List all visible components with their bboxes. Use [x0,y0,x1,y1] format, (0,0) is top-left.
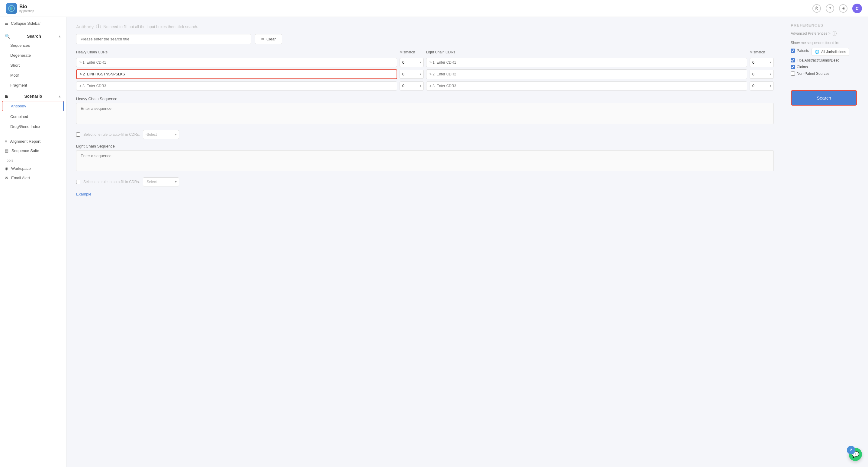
title-abstract-checkbox[interactable] [791,58,795,62]
all-jurisdictions-btn[interactable]: 🌐 All Jurisdictions [811,48,849,56]
sidebar-item-email-alert[interactable]: ✉ Email Alert [0,173,66,182]
all-jurisdictions-label: All Jurisdictions [821,50,846,54]
search-btn-container: Search [791,78,862,106]
scenario-section-header[interactable]: ⊞ Scenario ▲ [0,90,66,100]
collapse-sidebar-btn[interactable]: ☰ Collapse Sidebar [0,17,66,30]
logo-text: Bio by patsnap [19,4,34,13]
active-indicator [63,101,64,111]
patents-label: Patents [797,48,809,53]
avatar[interactable]: C [852,4,862,13]
patents-checkbox[interactable] [791,48,795,53]
eraser-icon: ✏ [261,37,265,41]
light-autofill-select-wrapper[interactable]: -Select [143,177,179,187]
adv-pref-info-icon[interactable]: i [832,31,837,36]
email-icon: ✉ [5,175,8,180]
light-autofill-row: Select one rule to auto-fill in CDRs. -S… [76,177,774,187]
help-icon[interactable]: ? [826,4,834,13]
search-button[interactable]: Search [791,90,857,106]
search-section-header[interactable]: 🔍 Search ▲ [0,30,66,40]
claims-label: Claims [797,65,808,69]
heavy-sequence-section: Heavy Chain Sequence [76,97,774,125]
sequence-suite-label: Sequence Suite [11,148,39,153]
logo-icon [6,3,17,14]
non-patent-label: Non-Patent Sources [797,71,829,76]
light-cdr1-mismatch[interactable]: 0123 [750,58,774,67]
heavy-cdr3-input[interactable] [76,81,397,91]
sidebar-item-sequences[interactable]: Sequences [2,41,64,50]
sidebar-item-alignment-report[interactable]: ≡ Alignment Report [0,137,66,146]
light-cdr1-input[interactable] [426,58,747,67]
tools-label: Tools [0,155,66,164]
email-label: Email Alert [11,175,30,180]
heavy-autofill-select-wrapper[interactable]: -Select [143,130,179,139]
advanced-preferences-link[interactable]: Advanced Preferences > i [791,31,862,36]
scenario-icon: ⊞ [5,94,8,99]
title-abstract-label: Title/Abstract/Claims/Desc [797,58,839,62]
heavy-autofill-row: Select one rule to auto-fill in CDRs. -S… [76,130,774,139]
claims-row: Claims [791,65,862,69]
page-title: Antibody [76,24,94,29]
light-cdr2-input[interactable] [426,69,747,79]
search-title-input[interactable] [76,34,251,44]
sidebar-item-sequence-suite[interactable]: ▤ Sequence Suite [0,146,66,155]
sidebar-item-fragment[interactable]: Fragment [2,80,64,90]
light-cdr2-mismatch-select[interactable]: 0123 [750,70,774,79]
light-cdr3-mismatch[interactable]: 0123 [750,81,774,91]
heavy-sequence-label: Heavy Chain Sequence [76,97,774,101]
light-cdr3-mismatch-select[interactable]: 0123 [750,81,774,91]
logo: Bio by patsnap [6,3,34,14]
sidebar-item-motif[interactable]: Motif [2,71,64,80]
heavy-cdr2-mismatch[interactable]: 0123 [400,69,424,79]
preferences-panel: PREFERENCES Advanced Preferences > i Sho… [783,17,868,467]
cdr-row-2: 0123 0123 [76,69,774,79]
heavy-cdr2-input[interactable] [76,69,397,79]
sidebar-divider [5,134,61,134]
heavy-cdr1-input[interactable] [76,58,397,67]
heavy-autofill-select[interactable]: -Select [143,130,179,139]
sidebar-item-degenerate[interactable]: Degenerate [2,51,64,60]
light-cdr2-mismatch[interactable]: 0123 [750,69,774,79]
example-link[interactable]: Example [76,192,92,196]
light-autofill-checkbox[interactable] [76,180,80,184]
collapse-label: Collapse Sidebar [11,21,41,26]
light-cdr3-input[interactable] [426,81,747,91]
light-autofill-select[interactable]: -Select [143,177,179,187]
heavy-cdr3-mismatch[interactable]: 0123 [400,81,424,91]
mismatch-header-1: Mismatch [400,50,424,56]
page-info-icon[interactable]: i [96,25,101,29]
sidebar-item-workspace[interactable]: ◉ Workspace [0,164,66,173]
sidebar-item-combined[interactable]: Combined [2,112,64,121]
heavy-autofill-label: Select one rule to auto-fill in CDRs. [83,132,140,137]
light-cdr1-mismatch-select[interactable]: 0123 [750,58,774,67]
light-sequence-label: Light Chain Sequence [76,144,774,148]
heavy-chain-header: Heavy Chain CDRs [76,50,397,56]
heavy-sequence-input[interactable] [76,103,774,124]
scenario-label: Scenario [24,94,42,99]
heavy-cdr3-mismatch-select[interactable]: 0123 [400,81,424,91]
heavy-cdr2-mismatch-select[interactable]: 0123 [400,70,424,79]
heavy-autofill-checkbox[interactable] [76,132,80,137]
timer-icon[interactable]: ⏱ [812,4,821,13]
search-section-icon: 🔍 [5,34,10,39]
logo-bio: Bio [19,4,34,9]
page-hint: No need to fill out all the input boxes … [103,25,198,29]
non-patent-checkbox[interactable] [791,71,795,76]
sidebar-item-short[interactable]: Short [2,61,64,70]
cdr-headers: Heavy Chain CDRs Mismatch Light Chain CD… [76,50,774,56]
apps-icon[interactable]: ⊞ [839,4,847,13]
light-sequence-input[interactable] [76,150,774,171]
main-layout: ☰ Collapse Sidebar 🔍 Search ▲ Sequences … [0,17,868,467]
clear-button[interactable]: ✏ Clear [255,34,282,44]
header-actions: ⏱ ? ⊞ C [812,4,862,13]
heavy-cdr1-mismatch[interactable]: 0123 [400,58,424,67]
floating-action-area: 2 💬 [849,448,862,461]
heavy-cdr1-mismatch-select[interactable]: 0123 [400,58,424,67]
claims-checkbox[interactable] [791,65,795,69]
adv-pref-label: Advanced Preferences > [791,31,831,36]
sidebar-item-antibody[interactable]: Antibody [2,101,64,111]
sidebar-item-drug-gene[interactable]: Drug/Gene Index [2,122,64,131]
chevron-up-icon: ▲ [58,34,61,38]
patents-checkbox-row: Patents [791,48,809,53]
non-patent-row: Non-Patent Sources [791,71,862,76]
main-content: Antibody i No need to fill out all the i… [66,17,783,467]
